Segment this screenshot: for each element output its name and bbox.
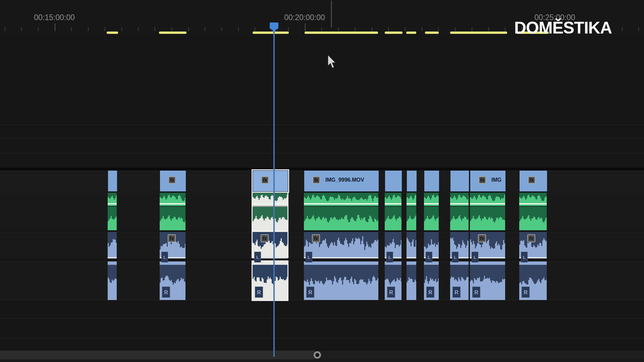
- audio-clip-l1[interactable]: [385, 193, 401, 203]
- channel-right-badge: R: [472, 287, 480, 298]
- audio-clip-a1[interactable]: [424, 193, 439, 230]
- audio-clip-a1[interactable]: [253, 193, 287, 230]
- video-clip[interactable]: [253, 170, 288, 192]
- audio-clip-a2[interactable]: [407, 232, 416, 257]
- ruler-tick: [105, 27, 105, 31]
- ruler-tick: [305, 23, 306, 31]
- playhead-handle[interactable]: [269, 22, 279, 34]
- audio-clip-a1[interactable]: [470, 193, 505, 230]
- ruler-tick: [438, 27, 439, 31]
- fx-badge-icon[interactable]: fx: [168, 234, 176, 242]
- audio-clip-l2[interactable]: [385, 207, 401, 230]
- audio-clip-a2[interactable]: [108, 232, 117, 257]
- audio-clip-l1[interactable]: [424, 193, 439, 203]
- video-clip[interactable]: [424, 170, 439, 192]
- waveform-bar: [416, 207, 416, 215]
- audio-clip-a3[interactable]: [108, 261, 117, 300]
- audio-clip-l2[interactable]: [407, 207, 416, 230]
- waveform-bar: [504, 193, 505, 195]
- ruler-tick: [422, 27, 422, 31]
- channel-left-badge: L: [521, 252, 528, 262]
- channel-right-badge: R: [255, 287, 263, 298]
- waveform-bar: [401, 207, 401, 219]
- waveform-bar: [401, 265, 401, 282]
- scrollbar-thumb[interactable]: [0, 351, 317, 359]
- audio-clip-l2[interactable]: [470, 207, 505, 230]
- ruler-tick: [472, 27, 472, 31]
- ruler-tick: [138, 27, 139, 31]
- video-clip[interactable]: [385, 170, 402, 192]
- fx-badge-icon[interactable]: fx: [312, 234, 320, 242]
- waveform-bar: [377, 265, 378, 278]
- waveform-bar: [287, 207, 287, 220]
- ruler-tick: [205, 27, 205, 31]
- fx-badge-icon[interactable]: fx: [261, 176, 269, 184]
- waveform: [470, 193, 505, 203]
- waveform: [407, 232, 416, 257]
- audio-clip-l1[interactable]: [160, 193, 185, 203]
- waveform-bar: [416, 232, 416, 240]
- audio-clip-l2[interactable]: [304, 207, 378, 230]
- audio-clip-l2[interactable]: [108, 207, 117, 230]
- audio-clip-l1[interactable]: [470, 193, 505, 203]
- fx-badge-icon[interactable]: fx: [313, 176, 320, 184]
- waveform-sliver: [108, 261, 117, 265]
- waveform-bar: [287, 265, 287, 277]
- fx-badge-icon[interactable]: fx: [168, 176, 176, 184]
- video-clip[interactable]: [108, 170, 117, 192]
- waveform-bar: [185, 265, 185, 282]
- audio-clip-a3[interactable]: [407, 261, 416, 300]
- video-clip[interactable]: [407, 170, 417, 192]
- audio-clip-l1[interactable]: [407, 193, 416, 203]
- fx-badge-icon[interactable]: fx: [479, 176, 486, 184]
- fx-badge-icon[interactable]: fx: [527, 234, 535, 242]
- scrollbar-zoom-handle[interactable]: [314, 351, 321, 359]
- audio-clip-l1[interactable]: [253, 193, 287, 203]
- channel-left-badge: L: [254, 252, 261, 262]
- waveform-bar: [546, 207, 547, 218]
- audio-clip-a1[interactable]: [160, 193, 185, 230]
- ruler-tick: [405, 27, 406, 31]
- audio-clip-a3[interactable]: [304, 261, 378, 300]
- waveform-bar: [116, 232, 117, 243]
- audio-clip-l2[interactable]: [253, 207, 287, 230]
- ruler-tick: [88, 27, 89, 31]
- audio-clip-a1[interactable]: [450, 193, 469, 230]
- fx-badge-icon[interactable]: fx: [528, 176, 535, 184]
- audio-clip-l1[interactable]: [304, 193, 378, 203]
- audio-clip-a1[interactable]: [385, 193, 401, 230]
- ruler-tick: [488, 27, 489, 31]
- waveform-bar: [546, 232, 547, 240]
- waveform-bar: [287, 193, 287, 195]
- mouse-cursor-icon: [327, 54, 337, 71]
- audio-clip-l2[interactable]: [450, 207, 469, 230]
- track-boundary-line: [0, 153, 644, 154]
- bottom-strip: [0, 359, 644, 362]
- audio-clip-l1[interactable]: [450, 193, 469, 203]
- ruler-timecode: 00:15:00:00: [34, 13, 75, 21]
- fx-badge-icon[interactable]: fx: [261, 234, 269, 242]
- audio-clip-l2[interactable]: [424, 207, 439, 230]
- audio-clip-a1[interactable]: [304, 193, 378, 230]
- ruler-tick: [155, 27, 155, 31]
- waveform: [304, 207, 378, 230]
- channel-right-badge: R: [452, 287, 461, 298]
- waveform: [108, 207, 117, 230]
- clip-name-label: IMG_9996.MOV: [325, 177, 364, 183]
- audio-clip-l2[interactable]: [519, 207, 547, 230]
- waveform-bar: [377, 232, 378, 240]
- channel-left-badge: L: [452, 252, 459, 262]
- video-clip[interactable]: [450, 170, 469, 192]
- fx-badge-icon[interactable]: fx: [478, 234, 486, 242]
- audio-clip-l1[interactable]: [108, 193, 117, 203]
- audio-clip-a1[interactable]: [519, 193, 547, 230]
- ruler-tick: [505, 27, 505, 31]
- channel-right-badge: R: [426, 287, 434, 298]
- track-boundary-line: [0, 125, 644, 125]
- audio-clip-l1[interactable]: [519, 193, 547, 203]
- audio-clip-a1[interactable]: [407, 193, 416, 230]
- waveform: [253, 207, 287, 230]
- waveform-bar: [287, 232, 287, 244]
- audio-clip-l2[interactable]: [160, 207, 185, 230]
- audio-clip-a1[interactable]: [108, 193, 117, 230]
